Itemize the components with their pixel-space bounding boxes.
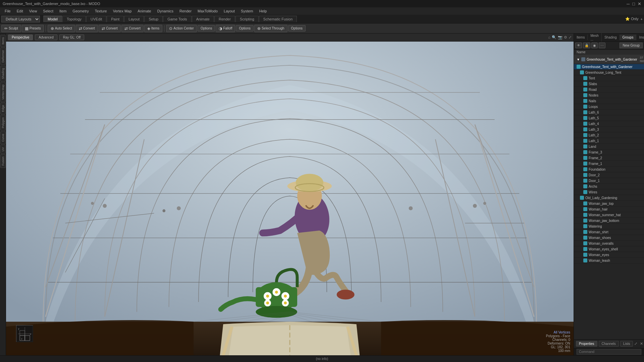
mode-tab-setup[interactable]: Setup [144, 16, 163, 22]
right-tab-groups[interactable]: Groups [620, 35, 637, 40]
more-props-btn[interactable]: ✕ [640, 342, 643, 346]
left-tab-edge[interactable]: Edge [0, 103, 6, 114]
search-icon[interactable]: 🔍 [552, 35, 556, 40]
list-item[interactable]: Lath_4 [574, 121, 644, 127]
list-item[interactable]: Frame_1 [574, 161, 644, 167]
minimize-btn[interactable]: ─ [627, 1, 630, 6]
viewport-tab-advanced[interactable]: Advanced [35, 35, 57, 40]
menu-vertex map[interactable]: Vertex Map [110, 8, 135, 14]
list-item[interactable]: Road [574, 87, 644, 93]
left-tab-items[interactable]: Items [0, 35, 6, 47]
list-item[interactable]: Loops [574, 104, 644, 110]
close-btn[interactable]: ✕ [638, 1, 641, 6]
left-tab-deformer[interactable]: Deformer [0, 48, 6, 65]
more-btn[interactable]: ⋯ [599, 43, 605, 48]
menu-layout[interactable]: Layout [221, 8, 237, 14]
menu-geometry[interactable]: Geometry [70, 8, 91, 14]
command-input[interactable] [577, 349, 641, 355]
toolbar-btn-falloff-11[interactable]: ◑Falloff [216, 25, 235, 32]
settings-icon[interactable]: ⚙ [564, 35, 567, 40]
list-item[interactable]: Lath_6 [574, 110, 644, 115]
list-item[interactable]: Nodes [574, 93, 644, 98]
toolbar-btn-presets-1[interactable]: ▦Presets [22, 25, 44, 32]
menu-dynamics[interactable]: Dynamics [155, 8, 176, 14]
lock-btn[interactable]: 🔒 [583, 43, 590, 48]
list-item[interactable]: Archs [574, 184, 644, 189]
left-tab-curve[interactable]: Curve [0, 131, 6, 144]
list-item[interactable]: Lath_1 [574, 138, 644, 144]
list-item[interactable]: Watering [574, 224, 644, 229]
list-item[interactable]: Frame_2 [574, 155, 644, 161]
navigation-compass[interactable]: y x z [16, 325, 33, 342]
mode-tab-topology[interactable]: Topology [62, 16, 86, 22]
list-item[interactable]: Woman_shirt [574, 229, 644, 235]
list-item[interactable]: Door_2 [574, 172, 644, 178]
props-tab-properties[interactable]: Properties [576, 341, 597, 347]
props-tab-channels[interactable]: Channels [599, 341, 619, 347]
mode-tab-model[interactable]: Model [43, 16, 62, 22]
list-item[interactable]: Lath_3 [574, 127, 644, 132]
toolbar-btn-options-12[interactable]: Options [236, 25, 253, 32]
list-item[interactable]: Woman_eyes_shell [574, 246, 644, 252]
list-item[interactable]: Nails [574, 98, 644, 104]
toolbar-btn-select-through-13[interactable]: ⊕Select Through [254, 25, 287, 32]
left-tab-vertex-map[interactable]: Vertex Map [0, 82, 6, 102]
list-item[interactable]: Woman_hair [574, 206, 644, 212]
menu-animate[interactable]: Animate [135, 8, 154, 14]
viewport-tab-raygl[interactable]: Ray GL: Off [59, 35, 85, 40]
list-item[interactable]: Slabs [574, 81, 644, 87]
toolbar-btn-options-14[interactable]: Options [288, 25, 306, 32]
mode-tab-scripting[interactable]: Scripting [235, 16, 259, 22]
menu-edit[interactable]: Edit [14, 8, 26, 14]
list-item[interactable]: Woman_jaw_top [574, 201, 644, 206]
toolbar-btn-action-center-9[interactable]: ⊙Action Center [166, 25, 197, 32]
list-item[interactable]: Lath_5 [574, 115, 644, 121]
right-tab-mesh[interactable]: Mesh ... [588, 33, 601, 42]
layout-selector[interactable]: Default Layouts [1, 16, 40, 22]
list-item[interactable]: Land [574, 144, 644, 149]
toolbar-btn-items-7[interactable]: ◈Items [144, 25, 162, 32]
right-tab-images[interactable]: Images [636, 35, 644, 40]
mode-tab-render[interactable]: Render [214, 16, 235, 22]
mode-tab-animate[interactable]: Animate [192, 16, 214, 22]
toolbar-btn-auto-select-3[interactable]: ⊕Auto Select [48, 25, 75, 32]
list-item[interactable]: Woman_summer_hat [574, 212, 644, 218]
toolbar-btn-convert-4[interactable]: ⇄Convert [76, 25, 98, 32]
toolbar-btn-sculpt-0[interactable]: ✏Sculpt [1, 25, 21, 32]
mode-tab-game-tools[interactable]: Game Tools [163, 16, 192, 22]
3d-viewport[interactable]: All Vertices Polygons - Face Channels: 0… [6, 42, 574, 355]
expand-icon[interactable]: ⤢ [569, 35, 572, 40]
menu-texture[interactable]: Texture [92, 8, 110, 14]
list-item[interactable]: Woman_leash [574, 258, 644, 263]
menu-help[interactable]: Help [257, 8, 270, 14]
left-tab-fusion[interactable]: Fusion [0, 154, 6, 168]
list-item[interactable]: Woman_shoes [574, 235, 644, 241]
props-tab-lists[interactable]: Lists [620, 341, 633, 347]
camera-icon[interactable]: 📷 [558, 35, 562, 40]
left-tab-uv[interactable]: UV [0, 145, 6, 154]
visibility-btn[interactable]: 👁 [575, 43, 582, 48]
new-group-button[interactable]: New Group [620, 43, 643, 48]
list-item[interactable]: Lath_2 [574, 132, 644, 138]
list-item[interactable]: Greenhouse_Tent_with_Gardener [574, 64, 644, 70]
list-item[interactable]: Door_1 [574, 178, 644, 184]
left-tab-polygon[interactable]: Polygon [0, 115, 6, 131]
menu-maxtomodo[interactable]: MaxToModo [195, 8, 220, 14]
expand-props-btn[interactable]: ⤢ [634, 342, 637, 346]
mode-tab-layout[interactable]: Layout [124, 16, 144, 22]
menu-file[interactable]: File [2, 8, 13, 14]
mode-tab-paint[interactable]: Paint [107, 16, 124, 22]
right-tab-items[interactable]: Items [574, 35, 588, 40]
list-item[interactable]: Frame_3 [574, 149, 644, 155]
list-item[interactable]: Woman_jaw_bottom [574, 218, 644, 224]
left-tab-shading[interactable]: Shading [0, 66, 6, 81]
menu-view[interactable]: View [26, 8, 40, 14]
window-controls[interactable]: ─ □ ✕ [627, 1, 641, 6]
mode-tab-schematic-fusion[interactable]: Schematic Fusion [259, 16, 297, 22]
home-icon[interactable]: ⌂ [548, 35, 550, 40]
root-group-header[interactable]: ▼Greenhouse_Tent_with_Gardener37 Items [574, 55, 644, 64]
viewport-tab-perspective[interactable]: Perspective [8, 35, 33, 40]
list-item[interactable]: Wires [574, 189, 644, 195]
list-item[interactable]: Woman_eyes [574, 252, 644, 258]
list-item[interactable]: Woman_overalls [574, 241, 644, 246]
